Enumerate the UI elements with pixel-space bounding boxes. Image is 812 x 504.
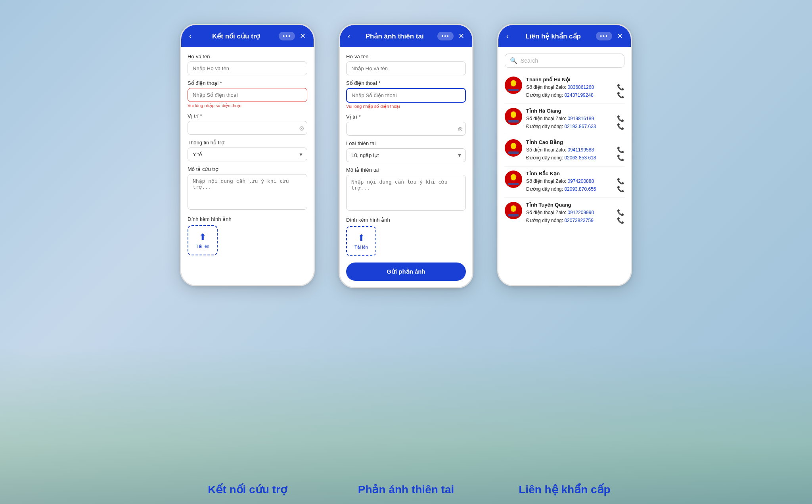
- call-icon-hotline-4[interactable]: 📞: [617, 217, 624, 224]
- contact-hotline-number-3[interactable]: 02093.870.655: [564, 186, 596, 192]
- caption-1: Kết nối cứu trợ: [180, 483, 315, 496]
- contact-item-2: Tỉnh Cao Bằng Số điện thoại Zalo: 094119…: [505, 135, 624, 167]
- contact-zalo-number-3[interactable]: 0974200888: [567, 178, 594, 184]
- desc-label-2: Mô tả thiên tai: [346, 167, 466, 173]
- close-button-3[interactable]: ✕: [615, 31, 624, 41]
- phone-ket-noi-cuu-tro: ‹ Kết nối cứu trợ ••• ✕ Họ và tên Số điệ…: [180, 24, 315, 286]
- caption-3: Liên hệ khẩn cấp: [497, 483, 632, 496]
- phone-lien-he-khan-cap: ‹ Liên hệ khẩn cấp ••• ✕ 🔍 Search: [497, 24, 632, 286]
- back-button-1[interactable]: ‹: [188, 31, 193, 41]
- call-icon-zalo-1[interactable]: 📞: [617, 115, 624, 122]
- attach-btn-2[interactable]: ⬆ Tải lên: [346, 226, 376, 256]
- phone-phan-anh-thien-tai: ‹ Phản ánh thiên tai ••• ✕ Họ và tên Số …: [339, 24, 473, 288]
- back-button-2[interactable]: ‹: [346, 31, 352, 41]
- attach-section-2: Đính kèm hình ảnh ⬆ Tải lên: [346, 217, 466, 256]
- location-input-2[interactable]: [346, 122, 466, 136]
- support-label-1: Thông tin hỗ trợ: [188, 140, 307, 146]
- contact-zalo-number-1[interactable]: 0919816189: [567, 116, 594, 121]
- header-left-1: ‹: [188, 31, 193, 41]
- svg-rect-19: [508, 214, 519, 217]
- svg-rect-7: [508, 120, 519, 123]
- back-button-3[interactable]: ‹: [505, 31, 510, 41]
- contact-zalo-number-4[interactable]: 0912209990: [567, 210, 594, 215]
- contact-hotline-label-4: Đường dây nóng: 02073823759: [526, 218, 594, 223]
- contact-name-3: Tỉnh Bắc Kạn: [526, 171, 624, 176]
- contact-info-2: Tỉnh Cao Bằng Số điện thoại Zalo: 094119…: [526, 139, 624, 162]
- close-button-1[interactable]: ✕: [298, 31, 307, 41]
- call-icon-hotline-3[interactable]: 📞: [617, 186, 624, 193]
- call-icon-zalo-3[interactable]: 📞: [617, 178, 624, 185]
- contact-avatar-4: [505, 202, 522, 219]
- contact-hotline-number-0[interactable]: 02437199248: [564, 92, 593, 98]
- attach-label-1: Đính kèm hình ảnh: [188, 216, 307, 222]
- contact-name-0: Thành phố Hà Nội: [526, 77, 624, 82]
- contact-row-zalo-0: Số điện thoại Zalo: 0836861268 📞: [526, 84, 624, 91]
- desc-textarea-1[interactable]: [188, 174, 307, 210]
- contact-zalo-number-0[interactable]: 0836861268: [567, 84, 594, 90]
- contact-row-hotline-3: Đường dây nóng: 02093.870.655 📞: [526, 186, 624, 193]
- contact-hotline-label-3: Đường dây nóng: 02093.870.655: [526, 186, 596, 192]
- location-wrapper-2: ⊗: [346, 122, 466, 136]
- clear-location-2[interactable]: ⊗: [458, 125, 463, 132]
- desc-textarea-2[interactable]: [346, 175, 466, 211]
- submit-button-2[interactable]: Gửi phản ánh: [346, 263, 466, 281]
- phone-error-1: Vui lòng nhập số điện thoại: [188, 103, 307, 108]
- call-icon-zalo-4[interactable]: 📞: [617, 209, 624, 216]
- contact-hotline-number-4[interactable]: 02073823759: [564, 218, 593, 223]
- attach-text-1: Tải lên: [196, 244, 209, 249]
- contact-hotline-label-0: Đường dây nóng: 02437199248: [526, 92, 594, 98]
- contact-item-1: Tỉnh Hà Giang Số điện thoại Zalo: 091981…: [505, 104, 624, 135]
- contact-hotline-number-2[interactable]: 02063 853 618: [564, 155, 596, 161]
- phone-title-3: Liên hệ khẩn cấp: [510, 32, 596, 40]
- disaster-select-2[interactable]: Lũ, ngập lụt: [346, 148, 466, 162]
- call-icon-zalo-0[interactable]: 📞: [617, 84, 624, 91]
- desc-label-1: Mô tả cứu trợ: [188, 166, 307, 172]
- phone-label-1: Số điện thoại *: [188, 80, 307, 86]
- phone-body-3: 🔍 Search Thành phố Hà Nội Số điện thoại …: [498, 47, 631, 285]
- phone-input-1[interactable]: [188, 88, 307, 102]
- call-icon-zalo-2[interactable]: 📞: [617, 146, 624, 153]
- contact-name-4: Tỉnh Tuyên Quang: [526, 202, 624, 208]
- phone-body-2: Họ và tên Số điện thoại * Vui lòng nhập …: [340, 47, 472, 287]
- contact-row-hotline-1: Đường dây nóng: 02193.867.633 📞: [526, 123, 624, 130]
- clear-location-1[interactable]: ⊗: [299, 124, 304, 132]
- phones-row: ‹ Kết nối cứu trợ ••• ✕ Họ và tên Số điệ…: [180, 0, 632, 483]
- phone-body-1: Họ và tên Số điện thoại * Vui lòng nhập …: [181, 47, 314, 285]
- phone-label-2: Số điện thoại *: [346, 80, 466, 86]
- contact-hotline-label-2: Đường dây nóng: 02063 853 618: [526, 155, 596, 161]
- contact-info-3: Tỉnh Bắc Kạn Số điện thoại Zalo: 0974200…: [526, 171, 624, 194]
- location-label-2: Vị trí *: [346, 114, 466, 120]
- upload-icon-2: ⬆: [358, 233, 365, 243]
- svg-rect-3: [508, 89, 519, 91]
- name-input-2[interactable]: [346, 61, 466, 75]
- dots-menu-2[interactable]: •••: [437, 32, 454, 40]
- contact-info-0: Thành phố Hà Nội Số điện thoại Zalo: 083…: [526, 77, 624, 100]
- call-icon-hotline-2[interactable]: 📞: [617, 154, 624, 161]
- location-label-1: Vị trí *: [188, 113, 307, 119]
- name-input-1[interactable]: [188, 61, 307, 75]
- contact-zalo-number-2[interactable]: 0941199588: [567, 147, 594, 153]
- contact-hotline-label-1: Đường dây nóng: 02193.867.633: [526, 124, 596, 129]
- contact-info-1: Tỉnh Hà Giang Số điện thoại Zalo: 091981…: [526, 108, 624, 131]
- search-placeholder: Search: [521, 57, 538, 64]
- call-icon-hotline-0[interactable]: 📞: [617, 92, 624, 99]
- phone-input-2[interactable]: [346, 88, 466, 103]
- contact-row-hotline-0: Đường dây nóng: 02437199248 📞: [526, 92, 624, 99]
- dots-menu-1[interactable]: •••: [279, 32, 295, 40]
- contact-avatar-1: [505, 108, 522, 125]
- call-icon-hotline-1[interactable]: 📞: [617, 123, 624, 130]
- contact-zalo-label-4: Số điện thoại Zalo: 0912209990: [526, 210, 594, 215]
- support-select-1[interactable]: Y tế: [188, 148, 307, 161]
- close-button-2[interactable]: ✕: [457, 31, 466, 41]
- dots-menu-3[interactable]: •••: [596, 32, 612, 40]
- contact-hotline-number-1[interactable]: 02193.867.633: [564, 124, 596, 129]
- header-right-1: ••• ✕: [279, 31, 307, 41]
- main-container: ‹ Kết nối cứu trợ ••• ✕ Họ và tên Số điệ…: [0, 0, 812, 504]
- contact-row-hotline-2: Đường dây nóng: 02063 853 618 📞: [526, 154, 624, 161]
- attach-btn-1[interactable]: ⬆ Tải lên: [188, 225, 218, 255]
- location-input-1[interactable]: [188, 121, 307, 135]
- contact-avatar-3: [505, 171, 522, 188]
- location-wrapper-1: ⊗: [188, 121, 307, 135]
- phone-header-2: ‹ Phản ánh thiên tai ••• ✕: [340, 25, 472, 47]
- name-label-1: Họ và tên: [188, 54, 307, 59]
